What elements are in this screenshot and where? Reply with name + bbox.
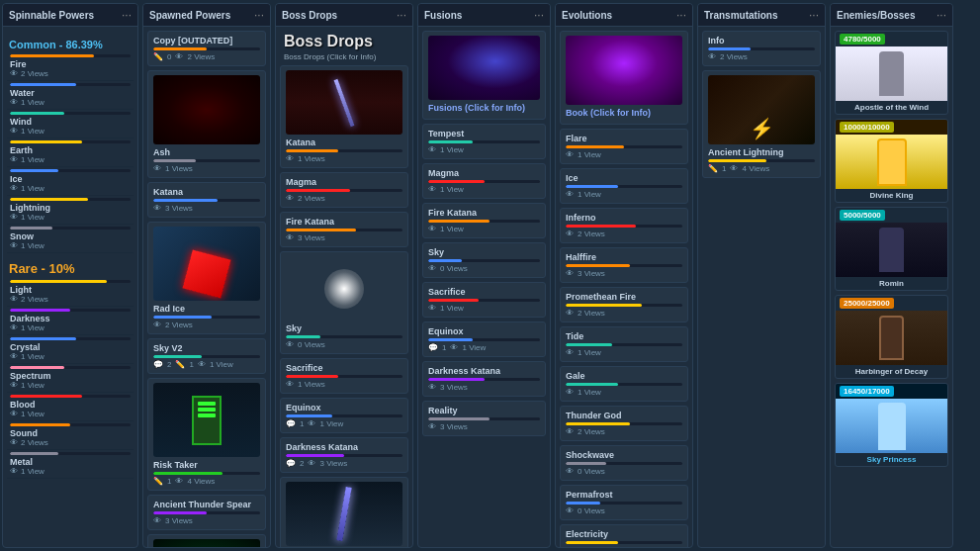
- transmutations-title: Transmutations: [704, 10, 777, 21]
- enemies-body: 4780/5000 Apostle of the Wind 10000/1000…: [831, 27, 952, 547]
- list-item[interactable]: Sky 👁0 Views: [280, 251, 408, 354]
- evolutions-column: Evolutions ··· Book (Click for Info) Fla…: [555, 3, 693, 548]
- evolutions-menu[interactable]: ···: [676, 8, 686, 22]
- list-item[interactable]: Risk Taker ✏️1 👁4 Views: [147, 378, 266, 491]
- list-item[interactable]: Light 👁2 Views: [7, 278, 134, 307]
- enemies-title: Enemies/Bosses: [837, 10, 916, 21]
- list-item[interactable]: Sound 👁2 Views: [7, 421, 134, 450]
- enemy-card-harbinger[interactable]: 25000/25000 Harbinger of Decay: [835, 295, 948, 379]
- transmutations-menu[interactable]: ···: [809, 8, 819, 22]
- list-item[interactable]: Magma 👁1 View: [422, 163, 546, 199]
- evolutions-header: Evolutions ···: [556, 4, 692, 27]
- list-item[interactable]: Sacrifice 👁1 Views: [280, 358, 408, 394]
- list-item[interactable]: Metal 👁1 View: [7, 450, 134, 479]
- enemies-menu[interactable]: ···: [936, 8, 946, 22]
- list-item[interactable]: Flare 👁1 View: [560, 129, 688, 164]
- list-item[interactable]: Water 👁1 View: [7, 81, 134, 110]
- list-item[interactable]: Crystal 👁1 View: [7, 335, 134, 364]
- list-item[interactable]: Halffire 👁3 Views: [560, 247, 688, 283]
- hp-romin: 5000/5000: [840, 210, 885, 221]
- fusions-column: Fusions ··· Fusions (Click for Info) Tem…: [417, 3, 551, 548]
- list-item[interactable]: Fire Katana 👁1 View: [422, 203, 546, 238]
- list-item[interactable]: Thunder God 👁2 Views: [560, 406, 688, 441]
- list-item[interactable]: Darkness 👁1 View: [7, 307, 134, 335]
- list-item[interactable]: Tempest 👁1 View: [422, 124, 546, 159]
- list-item[interactable]: Katana 👁1 Views: [280, 65, 408, 168]
- spinnable-menu[interactable]: ···: [122, 8, 132, 22]
- list-item[interactable]: Equinox 💬1 👁1 View: [280, 398, 408, 433]
- enemies-column: Enemies/Bosses ··· 4780/5000 Apostle of …: [830, 3, 953, 548]
- list-item[interactable]: Earth 👁1 View: [7, 138, 134, 167]
- list-item[interactable]: Wind 👁1 View: [7, 110, 134, 138]
- list-item[interactable]: Gale 👁1 View: [560, 366, 688, 402]
- boss-drops-title: Boss Drops: [282, 10, 337, 21]
- list-item[interactable]: Snow 👁1 View: [7, 225, 134, 253]
- list-item[interactable]: Reality 👁3 Views: [280, 477, 408, 547]
- transmutations-body: Info 👁2 Views ⚡ Ancient Lightning ✏️1 👁4…: [698, 27, 825, 547]
- list-item[interactable]: Spectrum 👁1 View: [7, 364, 134, 393]
- enemy-card-apostle[interactable]: 4780/5000 Apostle of the Wind: [835, 31, 948, 115]
- spinnable-header: Spinnable Powers ···: [3, 4, 137, 27]
- transmutations-header: Transmutations ···: [698, 4, 825, 27]
- spawned-menu[interactable]: ···: [254, 8, 264, 22]
- list-item[interactable]: ⚡ Ancient Lightning ✏️1 👁4 Views: [702, 70, 821, 178]
- list-item[interactable]: Ice 👁1 View: [560, 168, 688, 204]
- spawned-title: Spawned Powers: [149, 10, 230, 21]
- sky-princess-image: [836, 399, 947, 453]
- hp-apostle: 4780/5000: [840, 34, 885, 45]
- list-item[interactable]: Book (Click for Info): [560, 31, 688, 125]
- list-item[interactable]: Info 👁2 Views: [702, 31, 821, 66]
- divine-king-name: Divine King: [836, 189, 947, 202]
- list-item[interactable]: Shockwave 👁0 Views: [560, 445, 688, 481]
- enemies-header: Enemies/Bosses ···: [831, 4, 952, 27]
- enemy-card-romin[interactable]: 5000/5000 Romin: [835, 207, 948, 291]
- list-item[interactable]: Tide 👁1 View: [560, 326, 688, 362]
- enemy-card-sky-princess[interactable]: 16450/17000 Sky Princess: [835, 383, 948, 467]
- list-item[interactable]: Blood 👁1 View: [7, 393, 134, 421]
- harbinger-image: [836, 311, 947, 365]
- list-item[interactable]: Fusions (Click for Info): [422, 31, 546, 120]
- list-item[interactable]: Ancient Thunder Spear 👁3 Views: [147, 495, 266, 530]
- list-item[interactable]: Rad Ice 👁2 Views: [147, 222, 266, 334]
- boss-drops-menu[interactable]: ···: [397, 8, 406, 22]
- list-item[interactable]: Katana 👁3 Views: [147, 182, 266, 218]
- list-item[interactable]: Permafrost 👁0 Views: [560, 485, 688, 520]
- hp-harbinger: 25000/25000: [840, 298, 894, 309]
- list-item[interactable]: Sacrifice 👁1 View: [422, 282, 546, 318]
- boss-drops-header: Boss Drops ···: [276, 4, 412, 27]
- evolutions-title: Evolutions: [562, 10, 612, 21]
- romin-name: Romin: [836, 277, 947, 290]
- list-item[interactable]: Equinox 💬1 👁1 View: [422, 321, 546, 357]
- list-item[interactable]: Yulteman 👁2 Views: [147, 534, 266, 547]
- hp-divine-king: 10000/10000: [840, 122, 894, 133]
- apostle-image: [836, 46, 947, 101]
- list-item[interactable]: Electricity 👁1 View: [560, 524, 688, 547]
- list-item[interactable]: Lightning 👁1 View: [7, 196, 134, 225]
- list-item[interactable]: Darkness Katana 👁3 Views: [422, 361, 546, 397]
- enemy-card-divine-king[interactable]: 10000/10000 Divine King: [835, 119, 948, 203]
- spinnable-title: Spinnable Powers: [9, 10, 94, 21]
- fusions-menu[interactable]: ···: [534, 8, 544, 22]
- sky-princess-name: Sky Princess: [836, 453, 947, 466]
- list-item[interactable]: Fire 👁2 Views: [7, 52, 134, 81]
- list-item[interactable]: Ash 👁1 Views: [147, 70, 266, 178]
- list-item[interactable]: Reality 👁3 Views: [422, 401, 546, 436]
- romin-image: [836, 223, 947, 277]
- list-item[interactable]: Sky V2 💬2 ✏️1 👁1 View: [147, 338, 266, 374]
- rare-header: Rare - 10%: [7, 257, 134, 278]
- list-item[interactable]: Ice 👁1 View: [7, 167, 134, 196]
- list-item[interactable]: Darkness Katana 💬2 👁3 Views: [280, 437, 408, 473]
- boss-drops-subtitle[interactable]: Boss Drops (Click for Info): [280, 52, 408, 65]
- list-item[interactable]: Magma 👁2 Views: [280, 172, 408, 208]
- boss-drops-column: Boss Drops ··· Boss Drops Boss Drops (Cl…: [275, 3, 413, 548]
- list-item[interactable]: Sky 👁0 Views: [422, 242, 546, 278]
- harbinger-name: Harbinger of Decay: [836, 365, 947, 378]
- list-item[interactable]: Inferno 👁2 Views: [560, 208, 688, 243]
- boss-drops-body: Boss Drops Boss Drops (Click for Info) K…: [276, 27, 412, 547]
- list-item[interactable]: Fire Katana 👁3 Views: [280, 212, 408, 247]
- divine-king-image: [836, 135, 947, 189]
- common-header: Common - 86.39%: [7, 35, 134, 52]
- spinnable-powers-column: Spinnable Powers ··· Common - 86.39% Fir…: [2, 3, 138, 548]
- list-item[interactable]: Promethean Fire 👁2 Views: [560, 287, 688, 322]
- list-item[interactable]: Copy [OUTDATED] ✏️0 👁2 Views: [147, 31, 266, 66]
